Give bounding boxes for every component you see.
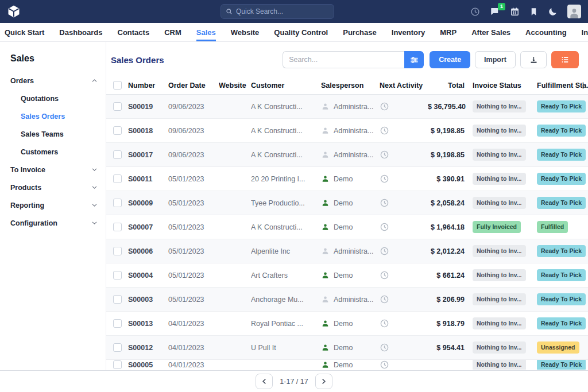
next-activity-clock-icon[interactable] [380,246,428,256]
menu-item-accounting[interactable]: Accounting [525,23,567,41]
import-button[interactable]: Import [475,51,516,68]
row-checkbox[interactable] [106,271,128,280]
menu-item-sales[interactable]: Sales [196,23,216,41]
next-activity-clock-icon[interactable] [380,126,428,135]
table-row[interactable]: S0001909/06/2023A K Constructi...Adminis… [106,95,588,119]
row-checkbox[interactable] [106,360,128,369]
next-activity-clock-icon[interactable] [380,319,428,328]
create-button[interactable]: Create [430,51,470,68]
menu-item-contacts[interactable]: Contacts [118,23,150,41]
table-row[interactable]: S0001105/01/202320 20 Printing I...Demo$… [106,167,588,191]
fulfillment-status-badge: Ready To Pick [537,293,586,305]
sidebar-item-configuration[interactable]: Configuration [0,214,106,232]
menu-item-after-sales[interactable]: After Sales [471,23,510,41]
user-avatar[interactable] [567,5,581,18]
bookmark-icon[interactable] [529,7,538,16]
col-customer[interactable]: Customer [251,81,321,90]
next-activity-clock-icon[interactable] [380,222,428,232]
table-row[interactable]: S0000305/01/2023Anchorage Mu...Administr… [106,288,588,312]
sidebar-item-sales-teams[interactable]: Sales Teams [0,125,106,143]
next-activity-clock-icon[interactable] [380,174,428,184]
quick-search-input[interactable] [236,7,329,15]
fulfillment-status-badge: Ready To Pick [537,149,586,161]
table-row[interactable]: S0000504/01/2023DemoNothing to Inv...Rea… [106,360,588,370]
row-checkbox[interactable] [106,247,128,255]
row-checkbox[interactable] [106,295,128,304]
app-logo-cube-icon[interactable] [7,5,21,18]
topbar: 1 [0,0,588,23]
menu-item-purchase[interactable]: Purchase [343,23,377,41]
menu-item-crm[interactable]: CRM [164,23,181,41]
col-website[interactable]: Website [219,81,251,90]
fulfillment-status-cell: Ready To Pick [537,360,588,370]
customer-name: Alpenlite Inc [251,247,321,255]
row-checkbox[interactable] [106,223,128,231]
salesperson-avatar-green-icon [321,319,330,328]
row-checkbox[interactable] [106,319,128,328]
prev-page-button[interactable] [256,374,273,389]
table-row[interactable]: S0001304/01/2023Royal Pontiac ...Demo$ 9… [106,312,588,336]
next-activity-clock-icon[interactable] [380,343,428,352]
next-activity-clock-icon[interactable] [380,198,428,208]
table-row[interactable]: S0001204/01/2023U Pull ItDemo$ 954.41Not… [106,336,588,360]
row-checkbox[interactable] [106,102,128,111]
filter-button[interactable] [404,51,424,68]
column-options-icon[interactable]: ⋮ [579,81,587,90]
list-view-button[interactable] [551,51,579,68]
salesperson-avatar-green-icon [321,343,330,352]
chat-icon[interactable]: 1 [490,6,500,17]
table-row[interactable]: S0001809/06/2023A K Constructi...Adminis… [106,119,588,143]
col-invoice-status[interactable]: Invoice Status [473,81,537,90]
dark-mode-moon-icon[interactable] [548,7,558,17]
sidebar-item-customers[interactable]: Customers [0,143,106,161]
next-activity-clock-icon[interactable] [380,360,428,370]
salesperson-cell: Demo [321,271,380,280]
quick-search[interactable] [220,4,334,19]
menu-item-quality-control[interactable]: Quality Control [274,23,328,41]
fulfillment-status-badge: Ready To Pick [537,197,586,209]
menu-item-mrp[interactable]: MRP [440,23,457,41]
col-next-activity[interactable]: Next Activity [380,81,428,90]
sidebar-item-to-invoice[interactable]: To Invoice [0,161,106,178]
sidebar-item-reporting[interactable]: Reporting [0,196,106,214]
row-checkbox[interactable] [106,199,128,207]
menu-item-integration[interactable]: Integration [582,23,588,41]
menu-item-website[interactable]: Website [231,23,260,41]
sidebar-item-products[interactable]: Products [0,178,106,196]
invoice-status-cell: Nothing to Inv... [473,149,537,161]
row-checkbox[interactable] [106,126,128,135]
col-total[interactable]: Total [428,81,473,90]
table-row[interactable]: S0000405/01/2023Art CraftersDemo$ 661.24… [106,263,588,288]
sidebar-item-sales-orders[interactable]: Sales Orders [0,107,106,125]
row-checkbox[interactable] [106,174,128,183]
row-checkbox[interactable] [106,343,128,352]
sidebar-item-orders[interactable]: Orders [0,72,106,90]
row-checkbox[interactable] [106,150,128,159]
calendar-icon[interactable] [510,7,520,17]
table-row[interactable]: S0001709/06/2023A K Constructi...Adminis… [106,143,588,167]
select-all-checkbox[interactable] [106,81,128,90]
next-activity-clock-icon[interactable] [380,150,428,160]
next-activity-clock-icon[interactable] [380,294,428,304]
order-number: S00007 [128,223,168,231]
table-row[interactable]: S0000705/01/2023A K Constructi...Demo$ 1… [106,215,588,239]
col-salesperson[interactable]: Salesperson [321,81,380,90]
menu-item-dashboards[interactable]: Dashboards [59,23,102,41]
search-input[interactable] [283,51,404,68]
customer-name: Royal Pontiac ... [251,320,321,328]
next-activity-clock-icon[interactable] [380,102,428,111]
table-row[interactable]: S0000605/01/2023Alpenlite IncAdministra.… [106,239,588,263]
customer-name: Art Crafters [251,271,321,280]
sidebar-item-quotations[interactable]: Quotations [0,90,106,107]
next-activity-clock-icon[interactable] [380,270,428,280]
next-page-button[interactable] [315,374,332,389]
menu-item-inventory[interactable]: Inventory [392,23,425,41]
menu-item-quick-start[interactable]: Quick Start [5,23,44,41]
table-row[interactable]: S0000905/01/2023Tyee Productio...Demo$ 2… [106,191,588,215]
fulfillment-status-cell: Ready To Pick [537,149,588,161]
recent-clock-icon[interactable] [470,7,480,17]
col-order-date[interactable]: Order Date [168,81,219,90]
export-download-button[interactable] [520,51,547,68]
col-number[interactable]: Number [128,81,168,90]
chevron-left-icon [261,378,268,385]
